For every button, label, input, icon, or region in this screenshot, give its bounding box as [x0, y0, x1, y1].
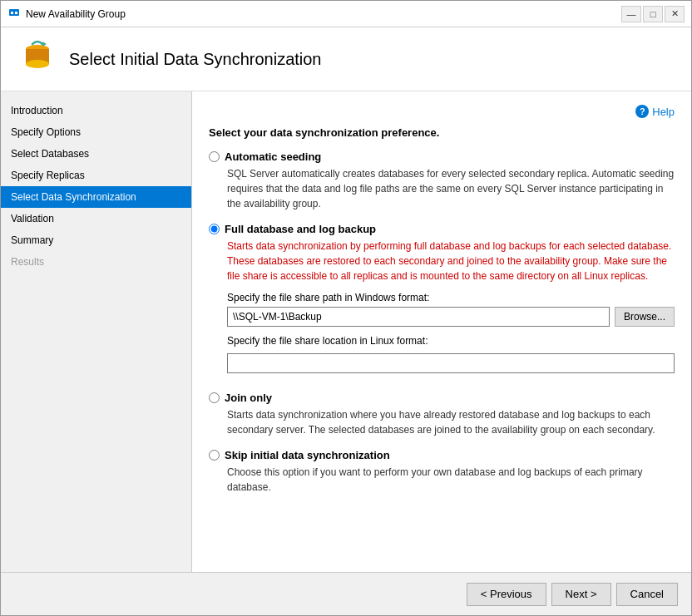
sidebar-item-results: Results — [1, 251, 191, 273]
option-join-only: Join only Starts data synchronization wh… — [209, 392, 675, 437]
svg-rect-2 — [15, 12, 17, 14]
content-area: Introduction Specify Options Select Data… — [1, 91, 691, 572]
windows-path-label: Specify the file share path in Windows f… — [227, 292, 675, 303]
help-link-area: ? Help — [209, 105, 675, 118]
windows-path-section: Specify the file share path in Windows f… — [227, 292, 675, 327]
svg-rect-1 — [11, 12, 13, 14]
page-title: Select Initial Data Synchronization — [69, 50, 322, 69]
option-automatic-seeding: Automatic seeding SQL Server automatical… — [209, 150, 675, 211]
sidebar: Introduction Specify Options Select Data… — [1, 91, 192, 572]
sidebar-item-specify-replicas[interactable]: Specify Replicas — [1, 165, 191, 186]
sidebar-item-select-databases[interactable]: Select Databases — [1, 143, 191, 165]
help-label: Help — [652, 106, 675, 118]
title-bar-controls: — □ ✕ — [621, 6, 685, 22]
help-icon: ? — [635, 105, 649, 118]
maximize-button[interactable]: □ — [643, 6, 663, 22]
header-icon — [17, 39, 57, 79]
desc-full-backup: Starts data synchronization by performin… — [227, 239, 675, 283]
sidebar-item-summary[interactable]: Summary — [1, 229, 191, 251]
sidebar-item-introduction[interactable]: Introduction — [1, 100, 191, 121]
linux-path-input[interactable] — [227, 353, 675, 373]
cancel-button[interactable]: Cancel — [616, 583, 678, 606]
option-skip-sync: Skip initial data synchronization Choose… — [209, 449, 675, 495]
minimize-button[interactable]: — — [621, 6, 641, 22]
help-button[interactable]: ? Help — [635, 105, 675, 118]
windows-path-row: Browse... — [227, 307, 675, 327]
next-button[interactable]: Next > — [551, 583, 611, 606]
window-icon — [7, 7, 21, 21]
window-title: New Availability Group — [26, 8, 621, 20]
label-join-only[interactable]: Join only — [225, 392, 272, 404]
linux-path-label: Specify the file share location in Linux… — [227, 335, 675, 347]
windows-path-input[interactable] — [227, 307, 610, 327]
section-intro: Select your data synchronization prefere… — [209, 126, 675, 139]
label-full-backup[interactable]: Full database and log backup — [225, 223, 376, 235]
option-full-backup: Full database and log backup Starts data… — [209, 223, 675, 380]
sidebar-item-specify-options[interactable]: Specify Options — [1, 121, 191, 143]
title-bar: New Availability Group — □ ✕ — [1, 1, 691, 27]
radio-full-backup[interactable] — [209, 224, 220, 234]
sidebar-item-select-data-sync[interactable]: Select Data Synchronization — [1, 186, 191, 208]
desc-automatic-seeding: SQL Server automatically creates databas… — [227, 166, 675, 211]
radio-automatic-seeding[interactable] — [209, 151, 220, 162]
close-button[interactable]: ✕ — [665, 6, 685, 22]
radio-skip-sync[interactable] — [209, 450, 220, 461]
label-automatic-seeding[interactable]: Automatic seeding — [225, 150, 321, 163]
main-window: New Availability Group — □ ✕ Select Init… — [0, 0, 692, 616]
sidebar-item-validation[interactable]: Validation — [1, 208, 191, 229]
browse-button[interactable]: Browse... — [615, 307, 675, 327]
footer: < Previous Next > Cancel — [1, 572, 691, 615]
desc-skip-sync: Choose this option if you want to perfor… — [227, 465, 675, 495]
radio-join-only[interactable] — [209, 392, 220, 403]
main-panel: ? Help Select your data synchronization … — [192, 91, 691, 572]
svg-rect-0 — [9, 9, 19, 16]
svg-point-5 — [26, 60, 49, 68]
previous-button[interactable]: < Previous — [467, 583, 546, 606]
desc-join-only: Starts data synchronization where you ha… — [227, 407, 675, 437]
label-skip-sync[interactable]: Skip initial data synchronization — [225, 449, 390, 461]
linux-path-section: Specify the file share location in Linux… — [227, 335, 675, 373]
page-header: Select Initial Data Synchronization — [1, 27, 691, 91]
